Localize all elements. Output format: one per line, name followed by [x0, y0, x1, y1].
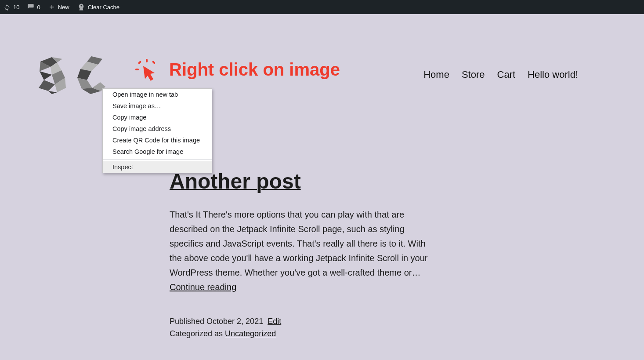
admin-new[interactable]: New — [48, 4, 69, 11]
post-body-text: That's It There's more options that you … — [170, 210, 427, 277]
site-logo[interactable] — [35, 54, 110, 95]
svg-rect-16 — [138, 61, 141, 64]
published-label: Published — [170, 317, 206, 326]
post: Another post That's It There's more opti… — [170, 169, 438, 340]
rocket-icon — [77, 3, 85, 11]
logo-area: Right click on image — [35, 54, 110, 95]
page-content: Right click on image Home Store Cart Hel… — [0, 14, 644, 340]
cm-copy-image-address[interactable]: Copy image address — [103, 123, 212, 135]
click-cursor-icon — [135, 59, 158, 82]
nav-cart[interactable]: Cart — [497, 69, 516, 80]
context-menu: Open image in new tab Save image as… Cop… — [102, 88, 212, 173]
new-label: New — [58, 4, 69, 11]
nav-hello-world[interactable]: Hello world! — [528, 69, 578, 80]
nav-store[interactable]: Store — [462, 69, 485, 80]
edit-link[interactable]: Edit — [268, 317, 281, 326]
svg-rect-17 — [152, 61, 156, 64]
svg-marker-6 — [39, 80, 55, 91]
refresh-count: 10 — [13, 4, 19, 11]
cm-separator — [103, 159, 212, 160]
cm-copy-image[interactable]: Copy image — [103, 112, 212, 123]
annotation-text: Right click on image — [169, 60, 340, 80]
admin-comments[interactable]: 0 — [27, 4, 40, 11]
cm-search-google[interactable]: Search Google for image — [103, 146, 212, 157]
continue-reading-link[interactable]: Continue reading — [170, 282, 236, 292]
svg-marker-4 — [40, 71, 52, 80]
admin-refresh[interactable]: 10 — [4, 4, 19, 11]
primary-nav: Home Store Cart Hello world! — [423, 69, 578, 80]
cm-save-image-as[interactable]: Save image as… — [103, 100, 212, 112]
admin-clear-cache[interactable]: Clear Cache — [77, 3, 119, 11]
cm-open-image-new-tab[interactable]: Open image in new tab — [103, 89, 212, 100]
post-date: October 2, 2021 — [206, 317, 263, 326]
nav-home[interactable]: Home — [423, 69, 449, 80]
cm-inspect[interactable]: Inspect — [103, 161, 212, 173]
svg-marker-8 — [48, 91, 57, 94]
refresh-icon — [4, 4, 11, 11]
category-link[interactable]: Uncategorized — [225, 329, 276, 338]
cm-create-qr[interactable]: Create QR Code for this image — [103, 135, 212, 146]
svg-rect-18 — [135, 69, 139, 70]
comment-icon — [27, 4, 34, 11]
post-meta: Published October 2, 2021 Edit Categoriz… — [170, 316, 438, 340]
categorized-label: Categorized as — [170, 329, 225, 338]
wp-admin-bar: 10 0 New Clear Cache — [0, 0, 644, 14]
comments-count: 0 — [37, 4, 40, 11]
clear-cache-label: Clear Cache — [88, 4, 119, 11]
svg-rect-15 — [146, 59, 148, 62]
post-excerpt: That's It There's more options that you … — [170, 207, 438, 295]
plus-icon — [48, 4, 55, 11]
